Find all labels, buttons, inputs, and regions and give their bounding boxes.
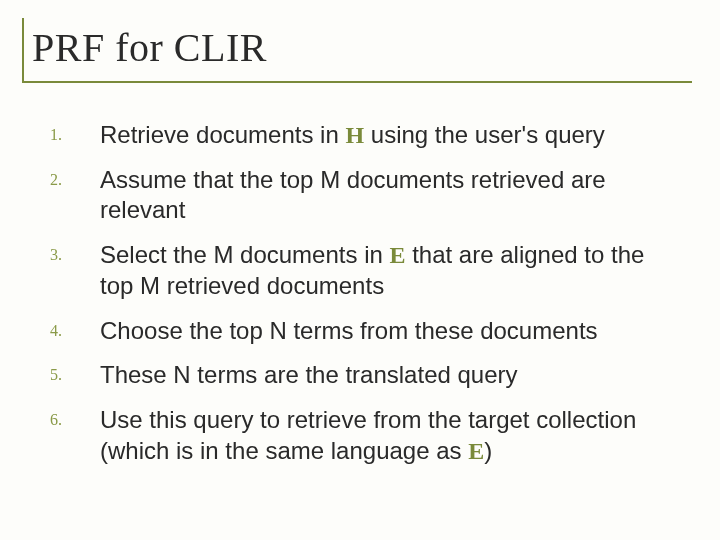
lang-token: E (389, 242, 405, 268)
text-post: using the user's query (364, 121, 605, 148)
slide-title: PRF for CLIR (32, 25, 267, 70)
item-number: 4. (50, 316, 100, 340)
title-block: PRF for CLIR (22, 18, 690, 83)
list-item: 1. Retrieve documents in H using the use… (50, 120, 680, 151)
item-number: 2. (50, 165, 100, 189)
item-text: Use this query to retrieve from the targ… (100, 405, 680, 466)
item-number: 1. (50, 120, 100, 144)
text-pre: Retrieve documents in (100, 121, 345, 148)
list-item: 3. Select the M documents in E that are … (50, 240, 680, 301)
item-text: Retrieve documents in H using the user's… (100, 120, 680, 151)
list-item: 5. These N terms are the translated quer… (50, 360, 680, 391)
item-text: These N terms are the translated query (100, 360, 680, 391)
list-body: 1. Retrieve documents in H using the use… (50, 120, 680, 480)
item-text: Select the M documents in E that are ali… (100, 240, 680, 301)
text-pre: Choose the top N terms from these docume… (100, 317, 598, 344)
item-text: Choose the top N terms from these docume… (100, 316, 680, 347)
text-post: ) (484, 437, 492, 464)
text-pre: Select the M documents in (100, 241, 389, 268)
item-text: Assume that the top M documents retrieve… (100, 165, 680, 226)
title-rule: PRF for CLIR (22, 18, 692, 83)
text-pre: Assume that the top M documents retrieve… (100, 166, 606, 224)
list-item: 4. Choose the top N terms from these doc… (50, 316, 680, 347)
text-pre: Use this query to retrieve from the targ… (100, 406, 636, 464)
item-number: 5. (50, 360, 100, 384)
text-pre: These N terms are the translated query (100, 361, 518, 388)
slide: PRF for CLIR 1. Retrieve documents in H … (0, 0, 720, 540)
item-number: 3. (50, 240, 100, 264)
lang-token: E (468, 438, 484, 464)
list-item: 2. Assume that the top M documents retri… (50, 165, 680, 226)
lang-token: H (345, 122, 364, 148)
list-item: 6. Use this query to retrieve from the t… (50, 405, 680, 466)
item-number: 6. (50, 405, 100, 429)
